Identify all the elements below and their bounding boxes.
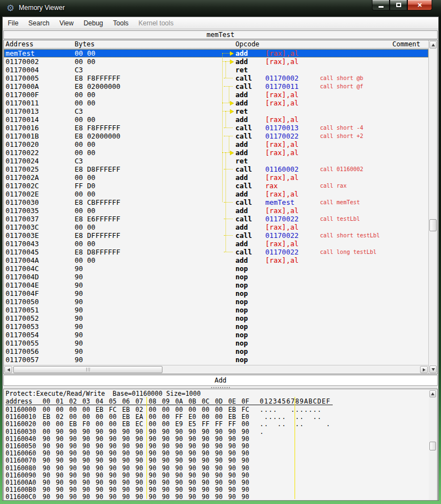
hex-byte-cell[interactable]: 90 xyxy=(215,457,228,464)
disassembly-horizontal-scrollbar[interactable] xyxy=(4,365,428,374)
hex-byte-cell[interactable]: 90 xyxy=(69,428,82,436)
menu-item-search[interactable]: Search xyxy=(23,18,54,29)
hex-byte-cell[interactable]: 90 xyxy=(162,465,175,472)
hex-row[interactable]: 011600200000EBF00000EBEC0000E9E5FFFFFF00… xyxy=(6,421,428,428)
disassembly-row[interactable]: 01170037 E8 E6FFFFFF call 01170022 call … xyxy=(4,215,428,223)
disassembly-row[interactable]: 01170002 00 00 add [rax],al xyxy=(4,57,428,66)
hex-byte-cell[interactable]: 90 xyxy=(188,472,202,479)
hex-byte-cell[interactable]: 90 xyxy=(82,465,96,472)
hex-row[interactable]: 0116009090909090909090909090909090909090 xyxy=(6,472,428,479)
hex-byte-cell[interactable]: 90 xyxy=(149,494,162,500)
hex-byte-cell[interactable]: 90 xyxy=(56,494,69,500)
disassembly-row[interactable]: 01170052 90 nop xyxy=(4,314,428,322)
disassembly-row[interactable]: 01170025 E8 D8FFFEFF call 01160002 call … xyxy=(4,165,428,173)
hex-byte-cell[interactable]: 90 xyxy=(175,428,188,436)
hex-byte-cell[interactable]: 90 xyxy=(175,436,188,443)
disassembly-row[interactable]: 01170035 00 00 add [rax],al xyxy=(4,206,428,215)
hex-byte-cell[interactable]: 90 xyxy=(228,472,242,479)
hex-byte-cell[interactable]: 90 xyxy=(56,428,69,436)
hex-byte-cell[interactable]: 90 xyxy=(109,436,122,443)
hex-byte-cell[interactable]: 90 xyxy=(175,457,188,464)
disassembly-row[interactable]: 0117004D 90 nop xyxy=(4,273,428,281)
hex-byte-cell[interactable]: 90 xyxy=(122,472,135,479)
disassembly-row[interactable]: 01170022 00 00 add [rax],al xyxy=(4,148,428,157)
disassembly-row[interactable]: 0117004E 90 nop xyxy=(4,281,428,289)
hex-byte-cell[interactable]: 90 xyxy=(43,472,56,479)
disassembly-row[interactable]: 01170051 90 nop xyxy=(4,306,428,314)
hex-byte-cell[interactable]: 90 xyxy=(242,494,255,500)
hex-byte-cell[interactable]: 90 xyxy=(149,428,162,436)
hex-byte-cell[interactable]: 00 xyxy=(43,428,56,436)
hex-byte-cell[interactable]: 90 xyxy=(162,457,175,464)
hex-byte-cell[interactable]: 90 xyxy=(109,472,122,479)
hex-byte-cell[interactable]: EB xyxy=(69,421,82,428)
hex-byte-cell[interactable]: 00 xyxy=(43,421,56,428)
hex-byte-cell[interactable]: 90 xyxy=(202,494,215,500)
hex-byte-cell[interactable]: 90 xyxy=(242,465,255,472)
hex-byte-cell[interactable]: 90 xyxy=(109,494,122,500)
hex-byte-cell[interactable]: 90 xyxy=(56,472,69,479)
hex-byte-cell[interactable]: 90 xyxy=(228,457,242,464)
disassembly-row[interactable]: 01170005 E8 F8FFFFFF call 01170002 call … xyxy=(4,74,428,82)
hex-byte-cell[interactable]: 90 xyxy=(43,436,56,443)
hex-vertical-scroll-thumb[interactable] xyxy=(429,442,436,450)
hex-byte-cell[interactable]: 90 xyxy=(149,457,162,464)
hex-byte-cell[interactable]: 90 xyxy=(242,436,255,443)
menu-item-kernel-tools[interactable]: Kernel tools xyxy=(134,18,179,29)
disassembly-row[interactable]: 0117004A 00 00 add [rax],al xyxy=(4,256,428,264)
hex-row[interactable]: 011600C090909090909090909090909090909090 xyxy=(6,494,428,500)
hex-byte-cell[interactable]: E5 xyxy=(188,421,202,428)
hex-byte-cell[interactable]: 90 xyxy=(109,465,122,472)
hex-byte-cell[interactable]: 90 xyxy=(175,465,188,472)
hex-row[interactable]: 0116003000909090909090909090909090909090… xyxy=(6,428,428,436)
hex-byte-cell[interactable]: 90 xyxy=(149,465,162,472)
scroll-up-button[interactable] xyxy=(429,41,437,49)
disassembly-row[interactable]: 0117001B E8 02000000 call 01170022 call … xyxy=(4,132,428,140)
disassembly-row[interactable]: 0117002E 00 00 add [rax],al xyxy=(4,190,428,198)
hex-byte-cell[interactable]: 90 xyxy=(215,436,228,443)
disassembly-row[interactable]: 0117003E E8 DFFFFFFF call 01170022 call … xyxy=(4,231,428,240)
disassembly-row[interactable]: 0117002C FF D0 call rax call rax xyxy=(4,182,428,190)
menu-item-view[interactable]: View xyxy=(54,18,78,29)
hex-byte-cell[interactable]: 90 xyxy=(96,465,109,472)
hex-byte-cell[interactable]: 90 xyxy=(202,436,215,443)
disassembly-row[interactable]: 01170056 90 nop xyxy=(4,347,428,356)
disassembly-row[interactable]: 0117002A 00 00 add [rax],al xyxy=(4,173,428,182)
hex-byte-cell[interactable]: 90 xyxy=(96,436,109,443)
hex-byte-cell[interactable]: 90 xyxy=(82,457,96,464)
disassembly-row[interactable]: 01170014 00 00 add [rax],al xyxy=(4,115,428,124)
hex-byte-cell[interactable]: 90 xyxy=(109,457,122,464)
hex-byte-cell[interactable]: 00 xyxy=(109,421,122,428)
disassembly-row[interactable]: 01170050 90 nop xyxy=(4,298,428,306)
hex-byte-cell[interactable]: 90 xyxy=(96,494,109,500)
hexview-vertical-scrollbar[interactable] xyxy=(429,389,437,500)
close-button[interactable]: ✕ xyxy=(407,0,432,10)
disassembly-row[interactable]: 01170030 E8 CBFFFFFF call memTest call m… xyxy=(4,198,428,206)
disassembly-row[interactable]: 0117003C 00 00 add [rax],al xyxy=(4,223,428,231)
hex-byte-cell[interactable]: FF xyxy=(215,421,228,428)
horizontal-scroll-thumb[interactable] xyxy=(13,366,162,373)
title-bar[interactable]: ⚙ Memory Viewer ✕ xyxy=(0,0,441,17)
hex-byte-cell[interactable]: 90 xyxy=(82,428,96,436)
hex-byte-cell[interactable]: 90 xyxy=(215,494,228,500)
hex-byte-cell[interactable]: 90 xyxy=(82,494,96,500)
disassembly-row[interactable]: 0117004C 90 nop xyxy=(4,264,428,273)
hex-byte-cell[interactable]: 90 xyxy=(109,428,122,436)
hex-byte-cell[interactable]: 90 xyxy=(122,457,135,464)
hex-byte-cell[interactable]: 90 xyxy=(43,494,56,500)
menu-item-debug[interactable]: Debug xyxy=(78,18,108,29)
hex-byte-cell[interactable]: 90 xyxy=(242,472,255,479)
hex-byte-cell[interactable]: EB xyxy=(122,421,135,428)
hex-byte-cell[interactable]: 90 xyxy=(202,457,215,464)
hex-byte-cell[interactable]: 90 xyxy=(215,472,228,479)
hex-byte-cell[interactable]: 90 xyxy=(82,436,96,443)
hex-byte-cell[interactable]: F0 xyxy=(82,421,96,428)
hex-byte-cell[interactable]: 90 xyxy=(215,465,228,472)
disassembly-row[interactable]: 01170016 E8 F8FFFFFF call 01170013 call … xyxy=(4,124,428,132)
hex-byte-cell[interactable]: 90 xyxy=(202,472,215,479)
hex-byte-cell[interactable]: 90 xyxy=(69,436,82,443)
disassembly-row[interactable]: 01170055 90 nop xyxy=(4,339,428,347)
scroll-left-button[interactable] xyxy=(4,366,12,373)
hex-byte-cell[interactable]: 90 xyxy=(162,472,175,479)
disassembly-row[interactable]: 01170004 C3 ret xyxy=(4,66,428,74)
